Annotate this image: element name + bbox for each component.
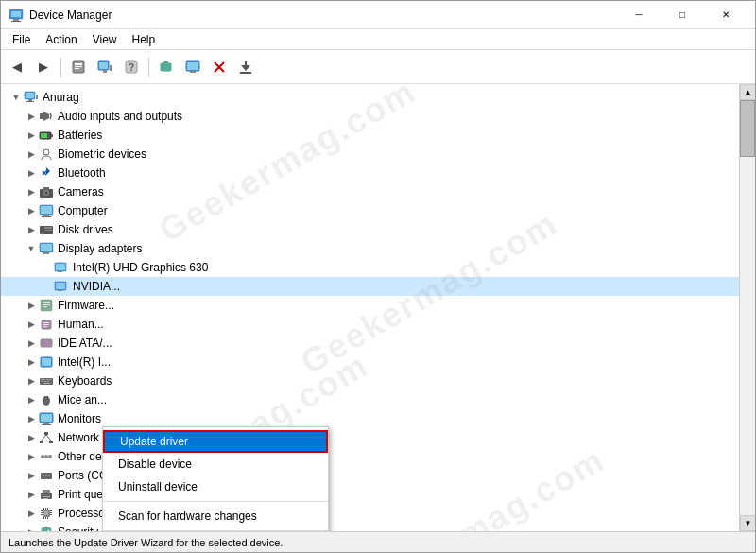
tree-item-human[interactable]: ▶ Human... bbox=[1, 315, 739, 334]
svg-rect-32 bbox=[51, 134, 53, 137]
expand-keyboards[interactable]: ▶ bbox=[24, 373, 39, 389]
display-sub-icon bbox=[54, 260, 69, 275]
monitor-icon bbox=[39, 411, 54, 426]
menu-action[interactable]: Action bbox=[38, 31, 84, 48]
toolbar-help[interactable]: ? bbox=[119, 55, 144, 79]
toolbar-monitor[interactable] bbox=[180, 55, 205, 79]
svg-marker-30 bbox=[43, 112, 49, 121]
tree-item-audio[interactable]: ▶ Audio inputs and outputs bbox=[1, 107, 739, 126]
tree-item-intel-uhd[interactable]: ▶ Intel(R) UHD Graphics 630 bbox=[1, 258, 739, 277]
svg-rect-59 bbox=[43, 306, 47, 307]
tree-item-keyboards[interactable]: ▶ Keyboards bbox=[1, 372, 739, 390]
scroll-down-btn[interactable]: ▼ bbox=[740, 515, 755, 531]
svg-point-94 bbox=[48, 475, 50, 476]
expand-bluetooth[interactable]: ▶ bbox=[24, 165, 39, 181]
menu-file[interactable]: File bbox=[5, 31, 38, 48]
menu-view[interactable]: View bbox=[85, 31, 125, 48]
context-menu-sep-1 bbox=[103, 501, 328, 502]
context-menu-update-driver[interactable]: Update driver bbox=[103, 430, 328, 453]
toolbar-scan[interactable] bbox=[93, 55, 117, 79]
scrollbar[interactable]: ▲ ▼ bbox=[739, 84, 755, 531]
tree-item-firmware[interactable]: ▶ Firmware... bbox=[1, 296, 739, 315]
svg-rect-52 bbox=[58, 271, 62, 272]
tree-item-mice[interactable]: ▶ Mice an... bbox=[1, 390, 739, 409]
tree-item-disk[interactable]: ▶ Disk drives bbox=[1, 220, 739, 239]
tree-label-display: Display adapters bbox=[58, 242, 142, 255]
svg-rect-1 bbox=[11, 11, 21, 17]
tree-item-cameras[interactable]: ▶ Cameras bbox=[1, 182, 739, 201]
expand-firmware[interactable]: ▶ bbox=[24, 298, 39, 313]
svg-rect-14 bbox=[161, 63, 171, 71]
scrollbar-track[interactable] bbox=[740, 100, 755, 515]
expand-display[interactable]: ▼ bbox=[24, 241, 39, 256]
tree-item-monitors[interactable]: ▶ Monitors bbox=[1, 409, 739, 428]
tree-item-display[interactable]: ▼ Display adapters bbox=[1, 239, 739, 258]
context-menu-uninstall-device[interactable]: Uninstall device bbox=[103, 475, 328, 498]
expand-processors[interactable]: ▶ bbox=[24, 506, 39, 521]
toolbar-uninstall[interactable] bbox=[207, 55, 232, 79]
svg-rect-111 bbox=[50, 512, 52, 513]
svg-rect-74 bbox=[47, 381, 49, 382]
expand-print[interactable]: ▶ bbox=[24, 487, 39, 502]
svg-rect-82 bbox=[42, 424, 51, 425]
svg-rect-63 bbox=[43, 326, 47, 327]
toolbar-refresh[interactable] bbox=[154, 55, 179, 79]
svg-rect-15 bbox=[163, 61, 168, 64]
firmware-icon bbox=[39, 298, 54, 313]
tree-label-intel: Intel(R) I... bbox=[58, 355, 111, 369]
svg-rect-48 bbox=[41, 244, 52, 251]
expand-ide[interactable]: ▶ bbox=[24, 336, 39, 351]
minimize-button[interactable]: ─ bbox=[617, 1, 661, 29]
scroll-up-btn[interactable]: ▲ bbox=[740, 84, 755, 100]
svg-rect-6 bbox=[75, 66, 82, 67]
expand-monitors[interactable]: ▶ bbox=[24, 411, 39, 426]
expand-security[interactable]: ▶ bbox=[24, 525, 39, 531]
expand-root[interactable]: ▼ bbox=[9, 90, 24, 105]
svg-rect-7 bbox=[75, 68, 79, 69]
context-menu-disable-device[interactable]: Disable device bbox=[103, 453, 328, 475]
tree-item-bluetooth[interactable]: ▶ Bluetooth bbox=[1, 164, 739, 182]
menu-help[interactable]: Help bbox=[125, 31, 163, 48]
context-menu: Update driver Disable device Uninstall d… bbox=[102, 426, 329, 531]
expand-cameras[interactable]: ▶ bbox=[24, 184, 39, 199]
scrollbar-thumb[interactable] bbox=[740, 100, 755, 157]
window-title: Device Manager bbox=[29, 9, 617, 22]
svg-line-86 bbox=[42, 435, 46, 441]
svg-rect-105 bbox=[45, 517, 46, 519]
svg-rect-70 bbox=[46, 379, 48, 380]
svg-rect-51 bbox=[56, 264, 65, 270]
expand-intel[interactable]: ▶ bbox=[24, 354, 39, 370]
expand-ports[interactable]: ▶ bbox=[24, 468, 39, 483]
toolbar-download[interactable] bbox=[233, 55, 258, 79]
toolbar-back[interactable]: ◀ bbox=[5, 55, 29, 79]
expand-network[interactable]: ▶ bbox=[24, 430, 39, 445]
svg-rect-18 bbox=[190, 71, 196, 73]
tree-item-computer[interactable]: ▶ Computer bbox=[1, 201, 739, 220]
context-menu-scan[interactable]: Scan for hardware changes bbox=[103, 505, 328, 527]
expand-other[interactable]: ▶ bbox=[24, 449, 39, 464]
tree-item-intel[interactable]: ▶ Intel(R) I... bbox=[1, 353, 739, 372]
tree-item-biometric[interactable]: ▶ Biometric devices bbox=[1, 145, 739, 164]
toolbar-properties[interactable] bbox=[66, 55, 91, 79]
expand-human[interactable]: ▶ bbox=[24, 317, 39, 332]
expand-biometric[interactable]: ▶ bbox=[24, 147, 39, 162]
svg-rect-107 bbox=[41, 510, 43, 511]
expand-batteries[interactable]: ▶ bbox=[24, 128, 39, 143]
toolbar-forward[interactable]: ▶ bbox=[31, 55, 56, 79]
tree-item-ide[interactable]: ▶ IDE ATA/... bbox=[1, 334, 739, 353]
tree-panel[interactable]: Geekermag.com Geekermag.com Geekermag.co… bbox=[1, 84, 739, 531]
tree-item-nvidia[interactable]: ▶ NVIDIA... Update driver Disable device… bbox=[1, 277, 739, 296]
tree-item-root[interactable]: ▼ Anurag bbox=[1, 88, 739, 107]
maximize-button[interactable]: □ bbox=[661, 1, 704, 29]
svg-rect-83 bbox=[44, 432, 48, 435]
expand-mice[interactable]: ▶ bbox=[24, 392, 39, 407]
tree-item-batteries[interactable]: ▶ Batteries bbox=[1, 126, 739, 145]
svg-rect-11 bbox=[103, 70, 107, 73]
close-button[interactable]: ✕ bbox=[704, 1, 747, 29]
expand-disk[interactable]: ▶ bbox=[24, 222, 39, 237]
tree-label-bluetooth: Bluetooth bbox=[58, 166, 106, 180]
expand-audio[interactable]: ▶ bbox=[24, 109, 39, 124]
expand-computer[interactable]: ▶ bbox=[24, 203, 39, 218]
svg-rect-108 bbox=[41, 512, 43, 513]
svg-rect-25 bbox=[26, 93, 34, 98]
